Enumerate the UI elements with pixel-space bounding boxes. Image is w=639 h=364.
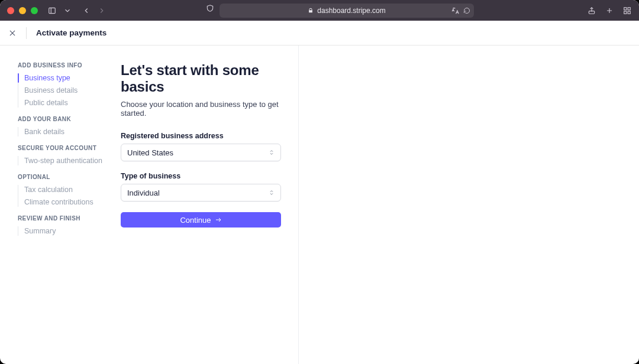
sidebar-item-public-details[interactable]: Public details: [24, 98, 121, 108]
browser-chrome: dashboard.stripe.com: [0, 0, 639, 21]
sidebar-section-title: REVIEW AND FINISH: [18, 215, 121, 222]
sidebar-item-two-step-auth[interactable]: Two-step authentication: [24, 156, 121, 165]
main-content: Let's start with some basics Choose your…: [121, 46, 639, 364]
privacy-shield-icon[interactable]: [205, 4, 215, 13]
window-close-button[interactable]: [7, 7, 14, 14]
share-icon[interactable]: [587, 6, 596, 15]
svg-rect-8: [628, 11, 630, 14]
business-type-label: Type of business: [121, 172, 298, 180]
continue-button-label: Continue: [180, 216, 211, 225]
arrow-right-icon: [215, 216, 222, 223]
address-bar[interactable]: dashboard.stripe.com: [220, 4, 474, 18]
window-zoom-button[interactable]: [31, 7, 38, 14]
continue-button[interactable]: Continue: [121, 212, 281, 228]
sidebar-section-title: ADD BUSINESS INFO: [18, 62, 121, 69]
sidebar-item-business-type[interactable]: Business type: [24, 73, 121, 83]
close-icon[interactable]: [8, 29, 17, 37]
business-type-value: Individual: [127, 188, 160, 197]
sidebar-section-title: SECURE YOUR ACCOUNT: [18, 145, 121, 151]
page-title: Activate payments: [36, 28, 106, 37]
translate-icon[interactable]: [451, 6, 460, 15]
page-body: ADD BUSINESS INFO Business type Business…: [0, 46, 639, 364]
select-chevron-icon: [269, 190, 275, 196]
business-type-select[interactable]: Individual: [121, 184, 281, 202]
address-bar-wrap: dashboard.stripe.com: [111, 4, 582, 18]
sidebar-section-title: ADD YOUR BANK: [18, 116, 121, 122]
new-tab-icon[interactable]: [605, 6, 614, 15]
sidebar-toggle-icon[interactable]: [47, 6, 57, 15]
form-subtitle: Choose your location and business type t…: [121, 100, 298, 118]
address-label: Registered business address: [121, 132, 298, 140]
sidebar: ADD BUSINESS INFO Business type Business…: [0, 46, 121, 364]
lock-icon: [308, 8, 314, 14]
divider: [26, 27, 27, 39]
sidebar-item-climate-contributions[interactable]: Climate contributions: [24, 197, 121, 207]
app-window: dashboard.stripe.com: [0, 0, 639, 364]
svg-rect-7: [624, 11, 627, 14]
nav-forward-button[interactable]: [97, 6, 106, 15]
sidebar-item-tax-calculation[interactable]: Tax calculation: [24, 185, 121, 194]
vertical-divider: [298, 46, 299, 364]
svg-rect-6: [628, 7, 630, 9]
form-title: Let's start with some basics: [121, 62, 298, 95]
svg-rect-0: [49, 8, 56, 13]
sidebar-item-bank-details[interactable]: Bank details: [24, 127, 121, 136]
svg-rect-5: [624, 7, 627, 9]
reload-icon[interactable]: [463, 7, 470, 14]
country-select[interactable]: United States: [121, 144, 281, 161]
nav-back-button[interactable]: [82, 6, 91, 15]
sidebar-section-title: OPTIONAL: [18, 174, 121, 180]
url-text: dashboard.stripe.com: [317, 6, 385, 15]
tab-overview-icon[interactable]: [622, 6, 632, 15]
sidebar-item-business-details[interactable]: Business details: [24, 86, 121, 95]
country-select-value: United States: [127, 148, 173, 157]
window-controls: [7, 7, 38, 14]
page-header: Activate payments: [0, 21, 639, 46]
chevron-down-icon[interactable]: [63, 6, 72, 15]
select-chevron-icon: [269, 150, 275, 155]
window-minimize-button[interactable]: [19, 7, 26, 14]
sidebar-item-summary[interactable]: Summary: [24, 226, 121, 236]
